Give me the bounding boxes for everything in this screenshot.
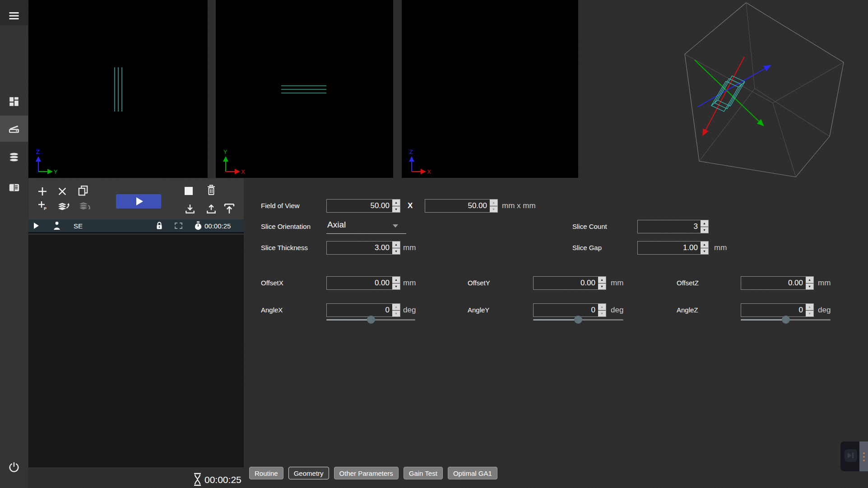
slice-thickness-input[interactable]	[327, 242, 392, 254]
power-button[interactable]	[0, 454, 28, 480]
viewport-zx[interactable]: Z X	[402, 0, 578, 178]
angle-x-spinner[interactable]: ▲▼	[392, 304, 400, 316]
viewport-zy[interactable]: Z Y	[28, 0, 208, 178]
play-icon	[34, 223, 39, 229]
angle-y-spinner[interactable]: ▲▼	[598, 304, 606, 316]
offset-z-label: OffsetZ	[677, 276, 699, 290]
slice-count-input-box: ▲▼	[637, 220, 709, 233]
slice-gap-unit: mm	[714, 241, 727, 255]
offset-y-input-box: ▲▼	[533, 276, 606, 290]
selection-box-icon[interactable]	[175, 219, 182, 232]
slice-count-input[interactable]	[638, 220, 700, 233]
run-sequence-button[interactable]	[116, 194, 161, 209]
screen-capture-widget[interactable]	[840, 442, 868, 471]
offset-y-spinner[interactable]: ▲▼	[598, 277, 606, 289]
angle-x-label: AngleX	[261, 303, 283, 317]
slider-thumb[interactable]	[574, 316, 582, 324]
copy-button[interactable]	[75, 183, 91, 198]
tab-gain-test[interactable]: Gain Test	[404, 467, 443, 479]
parameter-tabs: Routine Geometry Other Parameters Gain T…	[249, 467, 497, 479]
offset-x-input[interactable]	[327, 277, 392, 289]
menu-icon	[8, 9, 20, 22]
sequence-duration: 00:00:25	[204, 219, 231, 232]
tab-other-parameters[interactable]: Other Parameters	[334, 467, 399, 479]
angle-y-slider[interactable]	[533, 315, 623, 324]
offset-z-input-box: ▲▼	[741, 276, 814, 290]
fov-separator: X	[408, 199, 413, 213]
offset-y-unit: mm	[611, 276, 623, 290]
stop-button[interactable]	[181, 184, 196, 198]
publish-button[interactable]	[222, 201, 237, 215]
add-point-icon: P	[37, 200, 48, 211]
sidebar-item-data[interactable]	[0, 144, 28, 170]
offset-z-spinner[interactable]: ▲▼	[805, 277, 813, 289]
layers-up-icon	[56, 199, 70, 212]
sidebar-item-log[interactable]	[0, 174, 28, 200]
slice-orientation-select[interactable]: Axial	[326, 218, 406, 234]
offset-y-label: OffsetY	[468, 276, 490, 290]
slice-thickness-label: Slice Thickness	[261, 241, 308, 255]
fov-x-input[interactable]	[327, 200, 392, 212]
timer-icon	[194, 219, 203, 232]
fov-label: Field of View	[261, 199, 300, 213]
fov-x-spinner[interactable]: ▲▼	[392, 200, 400, 212]
offset-z-input[interactable]	[741, 277, 805, 289]
layers-down-icon	[77, 199, 91, 212]
tab-optimal-ga1[interactable]: Optimal GA1	[448, 467, 497, 479]
angle-y-input[interactable]	[534, 304, 598, 316]
fov-y-input-box: ▲▼	[425, 199, 498, 213]
slice-gap-input-box: ▲▼	[637, 241, 709, 255]
viewport-3d[interactable]	[578, 0, 868, 186]
close-icon	[57, 186, 67, 196]
offset-x-spinner[interactable]: ▲▼	[392, 277, 400, 289]
copy-icon	[77, 185, 89, 196]
layers-down-button[interactable]	[76, 198, 92, 213]
save-button[interactable]	[204, 202, 219, 216]
angle-x-input[interactable]	[327, 304, 392, 316]
remove-button[interactable]	[55, 184, 70, 199]
load-button[interactable]	[182, 202, 198, 216]
reader-icon	[8, 181, 20, 194]
fov-y-input[interactable]	[425, 200, 489, 212]
add-point-button[interactable]: P	[35, 198, 50, 213]
fov-y-spinner[interactable]: ▲▼	[489, 200, 497, 212]
sidebar	[0, 0, 28, 488]
angle-x-slider[interactable]	[326, 315, 415, 324]
tab-routine[interactable]: Routine	[249, 467, 283, 479]
sequence-row[interactable]: SE 00:00:25	[28, 219, 244, 233]
3d-scene	[578, 0, 868, 186]
angle-z-slider[interactable]	[741, 315, 831, 324]
slice-count-spinner[interactable]: ▲▼	[700, 220, 708, 233]
slider-thumb[interactable]	[367, 316, 375, 324]
delete-button[interactable]	[204, 183, 219, 197]
sidebar-item-scanner[interactable]	[0, 116, 28, 142]
lock-icon	[155, 219, 163, 232]
axis-label-horizontal: X	[241, 168, 245, 175]
power-icon	[8, 461, 20, 473]
angle-y-label: AngleY	[468, 303, 489, 317]
slice-gap-spinner[interactable]: ▲▼	[700, 242, 708, 254]
sequence-toolbar: P	[28, 178, 244, 219]
slice-gap-input[interactable]	[638, 242, 700, 254]
mri-console-app: Z Y Y X	[0, 0, 868, 488]
layers-up-button[interactable]	[55, 198, 70, 213]
upload-icon	[205, 203, 217, 215]
add-button[interactable]	[35, 184, 50, 199]
menu-button[interactable]	[0, 3, 28, 29]
media-skip-icon	[845, 449, 857, 462]
database-icon	[8, 151, 20, 163]
fov-x-input-box: ▲▼	[326, 199, 400, 213]
angle-z-input[interactable]	[741, 304, 805, 316]
axis-label-vertical: Z	[409, 149, 413, 155]
sidebar-item-dashboard[interactable]	[0, 88, 28, 115]
angle-z-spinner[interactable]: ▲▼	[805, 304, 813, 316]
sequence-list[interactable]	[28, 235, 244, 467]
slice-thickness-spinner[interactable]: ▲▼	[392, 242, 400, 254]
stop-icon	[185, 187, 193, 195]
sequence-play-button[interactable]	[34, 219, 39, 232]
tab-geometry[interactable]: Geometry	[288, 467, 329, 479]
slider-thumb[interactable]	[782, 316, 790, 324]
person-icon	[53, 219, 61, 232]
viewport-yx[interactable]: Y X	[216, 0, 393, 178]
offset-y-input[interactable]	[534, 277, 598, 289]
